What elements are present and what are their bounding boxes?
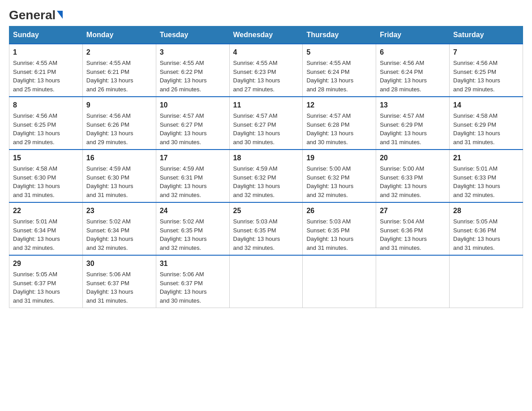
daylight-text: Daylight: 13 hours bbox=[86, 235, 152, 244]
daylight-text: Daylight: 13 hours bbox=[306, 182, 372, 191]
sunrise-text: Sunrise: 4:56 AM bbox=[86, 111, 152, 120]
col-thursday: Thursday bbox=[303, 26, 376, 44]
daylight-text: Daylight: 13 hours bbox=[233, 129, 299, 138]
daylight-text-2: and 27 minutes. bbox=[233, 85, 299, 94]
daylight-text-2: and 25 minutes. bbox=[13, 85, 79, 94]
daylight-text: Daylight: 13 hours bbox=[86, 129, 152, 138]
sunset-text: Sunset: 6:37 PM bbox=[13, 279, 79, 288]
col-friday: Friday bbox=[376, 26, 450, 44]
sunrise-text: Sunrise: 4:55 AM bbox=[86, 59, 152, 68]
sunrise-text: Sunrise: 4:55 AM bbox=[233, 59, 299, 68]
daylight-text-2: and 32 minutes. bbox=[13, 244, 79, 253]
day-number: 30 bbox=[86, 258, 152, 269]
day-number: 3 bbox=[160, 47, 226, 58]
day-number: 20 bbox=[380, 153, 446, 163]
sunset-text: Sunset: 6:29 PM bbox=[453, 120, 519, 129]
calendar-cell: 7Sunrise: 4:56 AMSunset: 6:25 PMDaylight… bbox=[450, 44, 523, 97]
day-number: 10 bbox=[160, 100, 226, 111]
daylight-text: Daylight: 13 hours bbox=[453, 129, 519, 138]
calendar-cell: 22Sunrise: 5:01 AMSunset: 6:34 PMDayligh… bbox=[9, 202, 83, 255]
daylight-text-2: and 31 minutes. bbox=[13, 296, 79, 305]
daylight-text: Daylight: 13 hours bbox=[160, 235, 226, 244]
sunrise-text: Sunrise: 4:57 AM bbox=[233, 111, 299, 120]
calendar-header-row: Sunday Monday Tuesday Wednesday Thursday… bbox=[9, 26, 523, 44]
daylight-text: Daylight: 13 hours bbox=[233, 235, 299, 244]
calendar-cell: 24Sunrise: 5:02 AMSunset: 6:35 PMDayligh… bbox=[156, 202, 229, 255]
sunset-text: Sunset: 6:32 PM bbox=[306, 173, 372, 182]
calendar-cell: 11Sunrise: 4:57 AMSunset: 6:27 PMDayligh… bbox=[229, 97, 303, 150]
day-number: 8 bbox=[13, 100, 79, 111]
day-number: 16 bbox=[86, 153, 152, 163]
calendar-cell: 19Sunrise: 5:00 AMSunset: 6:32 PMDayligh… bbox=[303, 150, 376, 202]
sunset-text: Sunset: 6:29 PM bbox=[380, 120, 446, 129]
logo: General bbox=[9, 9, 63, 21]
day-number: 25 bbox=[233, 206, 299, 216]
daylight-text-2: and 32 minutes. bbox=[86, 244, 152, 253]
sunrise-text: Sunrise: 5:02 AM bbox=[86, 217, 152, 226]
sunrise-text: Sunrise: 5:06 AM bbox=[160, 270, 226, 279]
calendar-cell: 27Sunrise: 5:04 AMSunset: 6:36 PMDayligh… bbox=[376, 202, 450, 255]
daylight-text: Daylight: 13 hours bbox=[306, 129, 372, 138]
daylight-text: Daylight: 13 hours bbox=[380, 182, 446, 191]
sunrise-text: Sunrise: 4:59 AM bbox=[233, 164, 299, 173]
daylight-text: Daylight: 13 hours bbox=[160, 287, 226, 296]
day-number: 2 bbox=[86, 47, 152, 58]
daylight-text-2: and 31 minutes. bbox=[13, 191, 79, 200]
sunset-text: Sunset: 6:32 PM bbox=[233, 173, 299, 182]
daylight-text: Daylight: 13 hours bbox=[453, 76, 519, 85]
sunset-text: Sunset: 6:24 PM bbox=[380, 68, 446, 77]
sunrise-text: Sunrise: 4:58 AM bbox=[453, 111, 519, 120]
calendar-week-row: 22Sunrise: 5:01 AMSunset: 6:34 PMDayligh… bbox=[9, 202, 523, 255]
sunset-text: Sunset: 6:35 PM bbox=[160, 226, 226, 235]
sunset-text: Sunset: 6:25 PM bbox=[453, 68, 519, 77]
day-number: 24 bbox=[160, 206, 226, 216]
day-number: 9 bbox=[86, 100, 152, 111]
sunrise-text: Sunrise: 5:01 AM bbox=[13, 217, 79, 226]
daylight-text: Daylight: 13 hours bbox=[13, 182, 79, 191]
day-number: 14 bbox=[453, 100, 519, 111]
daylight-text: Daylight: 13 hours bbox=[13, 235, 79, 244]
sunrise-text: Sunrise: 4:56 AM bbox=[13, 111, 79, 120]
sunset-text: Sunset: 6:34 PM bbox=[86, 226, 152, 235]
sunrise-text: Sunrise: 5:00 AM bbox=[380, 164, 446, 173]
calendar-cell: 5Sunrise: 4:55 AMSunset: 6:24 PMDaylight… bbox=[303, 44, 376, 97]
calendar-cell bbox=[450, 255, 523, 308]
daylight-text: Daylight: 13 hours bbox=[160, 129, 226, 138]
day-number: 19 bbox=[306, 153, 372, 163]
day-number: 7 bbox=[453, 47, 519, 58]
daylight-text: Daylight: 13 hours bbox=[86, 182, 152, 191]
daylight-text: Daylight: 13 hours bbox=[380, 129, 446, 138]
day-number: 29 bbox=[13, 258, 79, 269]
sunset-text: Sunset: 6:21 PM bbox=[13, 68, 79, 77]
day-number: 23 bbox=[86, 206, 152, 216]
sunrise-text: Sunrise: 4:56 AM bbox=[453, 59, 519, 68]
calendar-cell: 10Sunrise: 4:57 AMSunset: 6:27 PMDayligh… bbox=[156, 97, 229, 150]
sunrise-text: Sunrise: 5:04 AM bbox=[380, 217, 446, 226]
calendar-cell: 8Sunrise: 4:56 AMSunset: 6:25 PMDaylight… bbox=[9, 97, 83, 150]
calendar-table: Sunday Monday Tuesday Wednesday Thursday… bbox=[9, 26, 523, 308]
day-number: 11 bbox=[233, 100, 299, 111]
daylight-text: Daylight: 13 hours bbox=[86, 76, 152, 85]
calendar-week-row: 15Sunrise: 4:58 AMSunset: 6:30 PMDayligh… bbox=[9, 150, 523, 202]
daylight-text-2: and 32 minutes. bbox=[160, 244, 226, 253]
calendar-cell: 4Sunrise: 4:55 AMSunset: 6:23 PMDaylight… bbox=[229, 44, 303, 97]
day-number: 18 bbox=[233, 153, 299, 163]
day-number: 22 bbox=[13, 206, 79, 216]
daylight-text-2: and 32 minutes. bbox=[453, 191, 519, 200]
daylight-text-2: and 31 minutes. bbox=[306, 244, 372, 253]
calendar-cell: 30Sunrise: 5:06 AMSunset: 6:37 PMDayligh… bbox=[82, 255, 156, 308]
daylight-text-2: and 32 minutes. bbox=[160, 191, 226, 200]
sunrise-text: Sunrise: 5:06 AM bbox=[86, 270, 152, 279]
sunset-text: Sunset: 6:23 PM bbox=[233, 68, 299, 77]
daylight-text: Daylight: 13 hours bbox=[233, 182, 299, 191]
daylight-text: Daylight: 13 hours bbox=[380, 76, 446, 85]
daylight-text: Daylight: 13 hours bbox=[13, 129, 79, 138]
calendar-week-row: 1Sunrise: 4:55 AMSunset: 6:21 PMDaylight… bbox=[9, 44, 523, 97]
calendar-cell: 17Sunrise: 4:59 AMSunset: 6:31 PMDayligh… bbox=[156, 150, 229, 202]
sunset-text: Sunset: 6:35 PM bbox=[306, 226, 372, 235]
sunrise-text: Sunrise: 4:55 AM bbox=[306, 59, 372, 68]
calendar-cell bbox=[303, 255, 376, 308]
day-number: 13 bbox=[380, 100, 446, 111]
daylight-text: Daylight: 13 hours bbox=[453, 182, 519, 191]
calendar-cell: 26Sunrise: 5:03 AMSunset: 6:35 PMDayligh… bbox=[303, 202, 376, 255]
